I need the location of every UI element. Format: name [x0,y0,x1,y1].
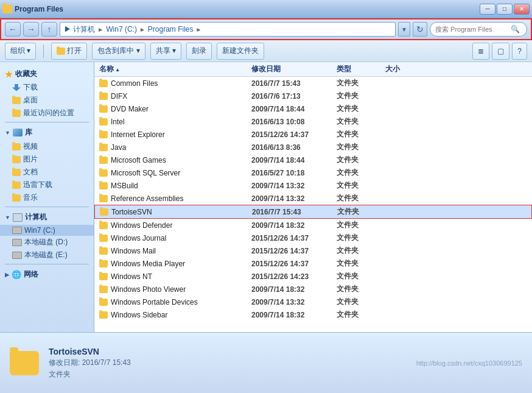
share-button[interactable]: 共享 ▾ [150,43,181,60]
col-header-type[interactable]: 类型 [337,64,385,74]
table-row[interactable]: Reference Assemblies2009/7/14 13:32文件夹 [94,192,532,205]
docs-icon [12,169,21,176]
col-header-name[interactable]: 名称 [99,64,251,74]
folder-icon [99,273,108,280]
back-button[interactable]: ← [5,22,21,37]
music-icon [12,194,21,202]
table-row[interactable]: Windows Media Player2015/12/26 14:37文件夹 [94,257,532,270]
file-type: 文件夹 [337,284,385,294]
file-name: Windows Journal [99,234,251,243]
sidebar-item-download[interactable]: 下载 [0,81,94,94]
favorites-header[interactable]: ★ 收藏夹 [0,67,94,81]
table-row[interactable]: Windows Photo Viewer2009/7/14 18:32文件夹 [94,283,532,296]
sidebar-item-pictures[interactable]: 图片 [0,153,94,166]
table-row[interactable]: Intel2016/6/13 10:08文件夹 [94,115,532,128]
network-arrow-icon: ▶ [5,272,9,278]
new-folder-button[interactable]: 新建文件夹 [217,43,264,60]
table-row[interactable]: Windows Defender2009/7/14 18:32文件夹 [94,219,532,232]
folder-icon [99,118,108,126]
close-button[interactable]: ✕ [514,4,530,15]
table-row[interactable]: Windows NT2015/12/26 14:23文件夹 [94,270,532,283]
addressbar: ← → ↑ ▶ 计算机 ► Win7 (C:) ► Program Files … [0,18,532,40]
file-type: 文件夹 [337,193,385,204]
computer-header[interactable]: ▼ 计算机 [0,210,94,225]
table-row[interactable]: DIFX2016/7/6 17:13文件夹 [94,90,532,102]
search-icon[interactable]: 🔍 [511,25,520,34]
sidebar-item-diskd[interactable]: 本地磁盘 (D:) [0,236,94,249]
sidebar-item-docs[interactable]: 文档 [0,166,94,179]
table-row[interactable]: Common Files2016/7/7 15:43文件夹 [94,77,532,90]
sidebar-item-diske[interactable]: 本地磁盘 (E:) [0,249,94,261]
breadcrumb-folder[interactable]: Program Files [148,25,194,34]
help-button[interactable]: ? [512,43,527,60]
sidebar-item-win7c[interactable]: Win7 (C:) [0,225,94,236]
sidebar-item-thunder[interactable]: 迅雷下载 [0,179,94,191]
breadcrumb-drive[interactable]: Win7 (C:) [106,25,137,34]
desktop-icon [12,97,21,104]
folder-icon [99,93,108,100]
open-button[interactable]: 打开 [51,43,87,60]
sidebar-item-music[interactable]: 音乐 [0,191,94,204]
table-row[interactable]: Java2016/6/13 8:36文件夹 [94,141,532,154]
network-label: 网络 [24,269,38,280]
folder-icon [99,222,108,229]
maximize-button[interactable]: □ [497,4,513,15]
thunder-icon [12,182,21,189]
search-input[interactable] [435,26,508,33]
library-arrow-icon: ▼ [5,130,10,136]
open-folder-icon [57,48,65,55]
file-type: 文件夹 [337,233,385,243]
file-name: DVD Maker [99,105,251,113]
sidebar-item-video[interactable]: 视频 [0,140,94,153]
col-header-date[interactable]: 修改日期 [251,64,337,74]
table-row[interactable]: TortoiseSVN2016/7/7 15:43文件夹 [94,205,532,219]
file-name: Windows Sidebar [99,311,251,319]
statusbar: TortoiseSVN 修改日期: 2016/7/7 15:43 文件夹 htt… [0,332,532,393]
file-type: 文件夹 [337,207,386,217]
video-icon [12,143,21,150]
download-icon [12,84,21,91]
sidebar-item-recent[interactable]: 最近访问的位置 [0,107,94,119]
folder-icon [99,144,108,151]
table-row[interactable]: Internet Explorer2015/12/26 14:37文件夹 [94,128,532,141]
table-row[interactable]: Microsoft Games2009/7/14 18:44文件夹 [94,154,532,166]
table-row[interactable]: Windows Journal2015/12/26 14:37文件夹 [94,232,532,244]
table-row[interactable]: Windows Sidebar2009/7/14 18:32文件夹 [94,308,532,321]
file-name: Windows Media Player [99,260,251,268]
refresh-button[interactable]: ↻ [413,22,427,37]
folder-icon [99,80,108,87]
file-name: Common Files [99,79,251,88]
sidebar-divider-1 [5,122,89,122]
preview-button[interactable]: ▢ [492,43,509,60]
table-row[interactable]: Windows Portable Devices2009/7/14 13:32文… [94,296,532,308]
file-name: Reference Assemblies [99,194,251,203]
file-name: Windows Defender [99,221,251,230]
file-date: 2009/7/14 13:32 [251,182,337,190]
table-row[interactable]: DVD Maker2009/7/14 18:44文件夹 [94,102,532,115]
file-name: Microsoft Games [99,156,251,165]
include-lib-button[interactable]: 包含到库中 ▾ [92,43,145,60]
view-button[interactable]: ≣ [472,43,489,60]
forward-button[interactable]: → [23,22,39,37]
col-header-size[interactable]: 大小 [385,64,422,74]
file-date: 2016/6/13 8:36 [251,143,337,152]
address-dropdown[interactable]: ▼ [398,22,410,37]
file-name: Windows Photo Viewer [99,285,251,294]
file-list: 名称 修改日期 类型 大小 Common Files2016/7/7 15:43… [94,62,532,332]
library-header[interactable]: ▼ 库 [0,125,94,140]
file-name: Java [99,143,251,152]
file-type: 文件夹 [337,91,385,101]
breadcrumb-computer[interactable]: ▶ 计算机 [64,24,95,35]
minimize-button[interactable]: ─ [480,4,495,15]
up-button[interactable]: ↑ [41,22,57,37]
organize-button[interactable]: 组织 ▾ [5,43,36,60]
table-row[interactable]: Windows Mail2015/12/26 14:37文件夹 [94,244,532,257]
file-date: 2009/7/14 18:44 [251,156,337,165]
burn-button[interactable]: 刻录 [186,43,212,60]
network-header[interactable]: ▶ 🌐 网络 [0,267,94,282]
breadcrumb-sep-2: ► [139,26,145,33]
folder-icon [99,105,108,113]
table-row[interactable]: Microsoft SQL Server2016/5/27 10:18文件夹 [94,166,532,179]
table-row[interactable]: MSBuild2009/7/14 13:32文件夹 [94,179,532,192]
sidebar-item-desktop[interactable]: 桌面 [0,94,94,107]
